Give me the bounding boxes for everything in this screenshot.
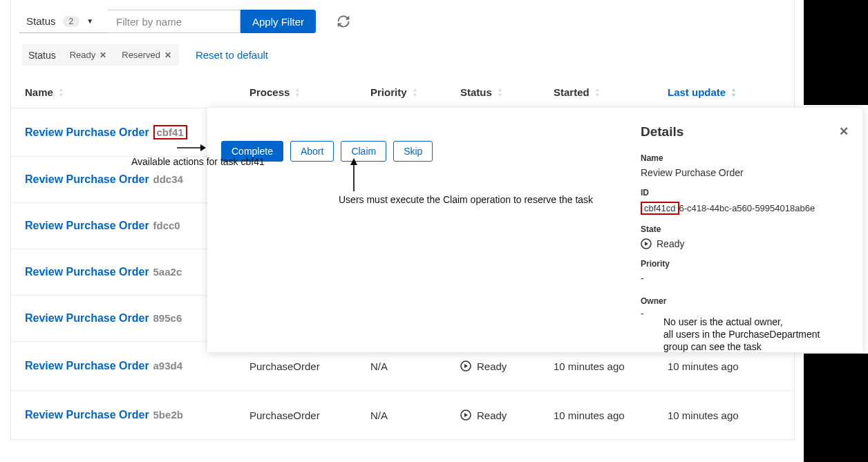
detail-owner-value: - — [641, 308, 666, 319]
chip-group-label: Status — [24, 48, 60, 62]
annotation-text: Users must execute the Claim operation t… — [339, 194, 593, 205]
detail-state-value: Ready — [641, 238, 847, 249]
updated-cell: 10 minutes ago — [668, 360, 780, 372]
chip-ready-remove-icon[interactable]: ✕ — [100, 50, 106, 60]
priority-cell: N/A — [370, 410, 460, 421]
chip-reserved-remove-icon[interactable]: ✕ — [164, 50, 171, 60]
skip-button[interactable]: Skip — [393, 141, 433, 162]
task-link[interactable]: Review Purchase Order — [25, 312, 149, 324]
detail-id-label: ID — [641, 188, 847, 198]
task-link[interactable]: Review Purchase Order — [25, 126, 149, 138]
task-id: ddc34 — [153, 173, 183, 185]
updated-cell: 10 minutes ago — [668, 410, 780, 421]
annotation-arrow-icon — [177, 142, 206, 153]
apply-filter-button[interactable]: Apply Filter — [240, 10, 316, 33]
detail-state-label: State — [641, 224, 847, 234]
task-id: a93d4 — [153, 360, 183, 372]
status-filter-label: Status — [26, 15, 56, 27]
column-priority[interactable]: Priority — [370, 86, 460, 98]
column-started[interactable]: Started — [554, 86, 668, 98]
task-id-highlight: cbf41 — [153, 125, 187, 139]
task-id: 5be2b — [153, 409, 183, 421]
task-id: 5aa2c — [153, 266, 182, 278]
process-cell: PurchaseOrder — [249, 410, 370, 421]
caret-down-icon: ▼ — [86, 17, 93, 25]
detail-actions-area: Complete Abort Claim Skip — [207, 108, 628, 352]
column-name[interactable]: Name — [25, 86, 249, 98]
table-row[interactable]: Review Purchase Order 5be2b PurchaseOrde… — [11, 391, 794, 439]
started-cell: 10 minutes ago — [554, 360, 668, 372]
status-cell: Ready — [460, 410, 554, 421]
annotation-arrow-icon — [348, 158, 359, 191]
status-filter-dropdown[interactable]: Status 2 ▼ — [19, 10, 108, 33]
process-cell: PurchaseOrder — [249, 360, 370, 372]
task-id: fdcc0 — [153, 220, 180, 231]
close-icon[interactable]: ✕ — [839, 124, 849, 139]
abort-button[interactable]: Abort — [290, 141, 334, 162]
table-header: Name Process Priority Status Started Las… — [11, 77, 794, 108]
details-heading: Details — [641, 124, 847, 139]
task-link[interactable]: Review Purchase Order — [25, 360, 149, 372]
task-link[interactable]: Review Purchase Order — [25, 266, 149, 278]
status-count-badge: 2 — [63, 16, 80, 27]
sort-icon — [498, 88, 502, 97]
detail-owner-label: Owner — [641, 296, 666, 306]
column-last-update[interactable]: Last update — [668, 86, 780, 98]
annotation-text: Available actions for task cbf41 — [131, 156, 265, 167]
detail-priority-value: - — [641, 273, 847, 284]
filter-name-input[interactable] — [108, 10, 240, 33]
active-filters-row: Status Ready ✕ Reserved ✕ Reset to defau… — [11, 40, 794, 77]
started-cell: 10 minutes ago — [554, 410, 668, 421]
sort-icon — [59, 88, 64, 97]
refresh-icon[interactable] — [337, 15, 350, 28]
status-chip-group: Status Ready ✕ Reserved ✕ — [22, 44, 179, 66]
chip-reserved: Reserved ✕ — [116, 46, 177, 64]
priority-cell: N/A — [370, 360, 460, 372]
status-cell: Ready — [460, 360, 554, 372]
task-link[interactable]: Review Purchase Order — [25, 220, 149, 231]
task-link[interactable]: Review Purchase Order — [25, 409, 149, 421]
sort-icon — [731, 88, 736, 97]
detail-name-label: Name — [641, 153, 847, 163]
filter-bar: Status 2 ▼ Apply Filter — [11, 0, 794, 40]
reset-filters-link[interactable]: Reset to default — [196, 49, 268, 61]
sort-icon — [295, 88, 300, 97]
detail-id-value: cbf41cd6-c418-44bc-a560-59954018ab6e — [641, 202, 847, 215]
task-id: 895c6 — [153, 312, 182, 324]
id-prefix-highlight: cbf41cd — [641, 202, 679, 215]
ready-icon — [641, 238, 652, 249]
task-link[interactable]: Review Purchase Order — [25, 173, 149, 185]
annotation-text: No user is the actual owner, all users i… — [663, 316, 829, 354]
column-process[interactable]: Process — [249, 86, 370, 98]
chip-ready: Ready ✕ — [64, 46, 113, 64]
detail-name-value: Review Purchase Order — [641, 167, 847, 178]
sort-icon — [413, 88, 417, 97]
column-status[interactable]: Status — [460, 86, 554, 98]
action-buttons: Complete Abort Claim Skip — [221, 141, 614, 162]
ready-icon — [460, 360, 471, 372]
ready-icon — [460, 410, 471, 421]
detail-priority-label: Priority — [641, 259, 847, 269]
sort-icon — [595, 88, 600, 97]
